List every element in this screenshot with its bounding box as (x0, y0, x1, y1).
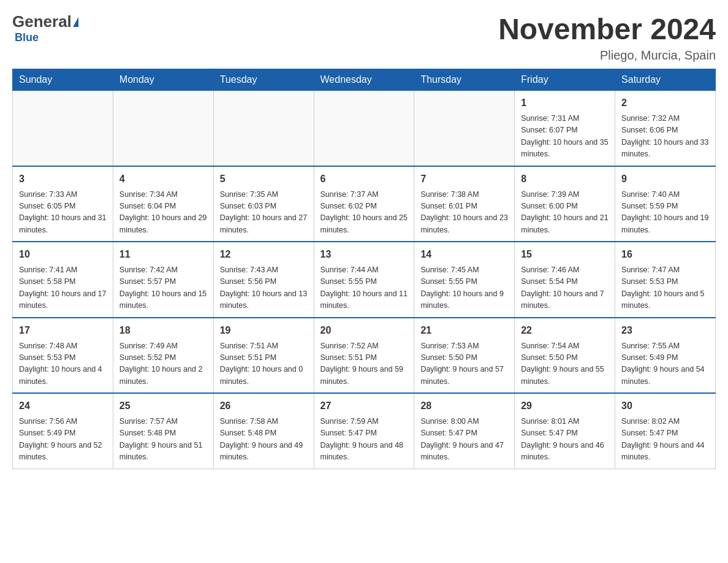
day-number: 30 (621, 399, 709, 413)
day-number: 15 (521, 247, 609, 262)
weekday-header-saturday: Saturday (615, 69, 716, 91)
day-info: Sunrise: 7:35 AMSunset: 6:03 PMDaylight:… (220, 189, 308, 237)
week-row-2: 3Sunrise: 7:33 AMSunset: 6:05 PMDaylight… (13, 166, 716, 242)
calendar-cell: 17Sunrise: 7:48 AMSunset: 5:53 PMDayligh… (13, 318, 113, 394)
day-info: Sunrise: 7:48 AMSunset: 5:53 PMDaylight:… (19, 340, 107, 388)
page-header: General Blue November 2024 Pliego, Murci… (12, 12, 716, 63)
weekday-header-row: SundayMondayTuesdayWednesdayThursdayFrid… (13, 69, 716, 91)
logo-triangle-icon (73, 17, 78, 27)
day-info: Sunrise: 7:33 AMSunset: 6:05 PMDaylight:… (19, 189, 107, 237)
calendar-cell: 13Sunrise: 7:44 AMSunset: 5:55 PMDayligh… (314, 242, 414, 318)
day-info: Sunrise: 7:51 AMSunset: 5:51 PMDaylight:… (220, 340, 308, 388)
calendar-cell: 23Sunrise: 7:55 AMSunset: 5:49 PMDayligh… (615, 318, 716, 394)
day-number: 21 (420, 323, 508, 338)
day-number: 25 (119, 399, 207, 413)
calendar-cell (414, 91, 515, 166)
calendar-cell: 6Sunrise: 7:37 AMSunset: 6:02 PMDaylight… (314, 166, 414, 242)
day-info: Sunrise: 7:44 AMSunset: 5:55 PMDaylight:… (320, 264, 408, 312)
calendar-cell: 9Sunrise: 7:40 AMSunset: 5:59 PMDaylight… (615, 166, 716, 242)
weekday-header-tuesday: Tuesday (213, 69, 314, 91)
calendar-cell: 1Sunrise: 7:31 AMSunset: 6:07 PMDaylight… (515, 91, 615, 166)
day-info: Sunrise: 7:59 AMSunset: 5:47 PMDaylight:… (320, 416, 408, 464)
day-info: Sunrise: 7:57 AMSunset: 5:48 PMDaylight:… (119, 416, 207, 464)
day-number: 24 (19, 399, 107, 413)
calendar-cell: 24Sunrise: 7:56 AMSunset: 5:49 PMDayligh… (13, 393, 113, 469)
day-number: 5 (220, 172, 308, 186)
week-row-1: 1Sunrise: 7:31 AMSunset: 6:07 PMDaylight… (13, 91, 716, 166)
logo: General Blue (12, 12, 80, 44)
calendar-cell: 22Sunrise: 7:54 AMSunset: 5:50 PMDayligh… (515, 318, 615, 394)
calendar-cell: 26Sunrise: 7:58 AMSunset: 5:48 PMDayligh… (213, 393, 314, 469)
calendar-cell: 11Sunrise: 7:42 AMSunset: 5:57 PMDayligh… (113, 242, 213, 318)
day-info: Sunrise: 7:32 AMSunset: 6:06 PMDaylight:… (621, 113, 709, 161)
day-number: 22 (521, 323, 609, 338)
calendar-cell: 16Sunrise: 7:47 AMSunset: 5:53 PMDayligh… (615, 242, 716, 318)
calendar-cell: 19Sunrise: 7:51 AMSunset: 5:51 PMDayligh… (213, 318, 314, 394)
week-row-4: 17Sunrise: 7:48 AMSunset: 5:53 PMDayligh… (13, 318, 716, 394)
day-number: 14 (420, 247, 508, 262)
day-number: 28 (420, 399, 508, 413)
day-info: Sunrise: 7:49 AMSunset: 5:52 PMDaylight:… (119, 340, 207, 388)
calendar-cell: 15Sunrise: 7:46 AMSunset: 5:54 PMDayligh… (515, 242, 615, 318)
day-number: 10 (19, 247, 107, 262)
calendar-cell: 10Sunrise: 7:41 AMSunset: 5:58 PMDayligh… (13, 242, 113, 318)
day-info: Sunrise: 7:40 AMSunset: 5:59 PMDaylight:… (621, 189, 709, 237)
calendar-cell: 21Sunrise: 7:53 AMSunset: 5:50 PMDayligh… (414, 318, 515, 394)
day-number: 1 (521, 96, 609, 110)
day-number: 17 (19, 323, 107, 338)
day-info: Sunrise: 7:37 AMSunset: 6:02 PMDaylight:… (320, 189, 408, 237)
week-row-5: 24Sunrise: 7:56 AMSunset: 5:49 PMDayligh… (13, 393, 716, 469)
day-number: 12 (220, 247, 308, 262)
day-info: Sunrise: 7:54 AMSunset: 5:50 PMDaylight:… (521, 340, 609, 388)
day-info: Sunrise: 7:47 AMSunset: 5:53 PMDaylight:… (621, 264, 709, 312)
day-info: Sunrise: 8:00 AMSunset: 5:47 PMDaylight:… (420, 416, 508, 464)
calendar-cell (213, 91, 314, 166)
calendar-cell (113, 91, 213, 166)
weekday-header-thursday: Thursday (414, 69, 515, 91)
calendar-cell (314, 91, 414, 166)
calendar-cell: 5Sunrise: 7:35 AMSunset: 6:03 PMDaylight… (213, 166, 314, 242)
calendar-table: SundayMondayTuesdayWednesdayThursdayFrid… (12, 69, 716, 469)
calendar-cell: 20Sunrise: 7:52 AMSunset: 5:51 PMDayligh… (314, 318, 414, 394)
calendar-cell: 29Sunrise: 8:01 AMSunset: 5:47 PMDayligh… (515, 393, 615, 469)
day-number: 13 (320, 247, 408, 262)
day-info: Sunrise: 7:58 AMSunset: 5:48 PMDaylight:… (220, 416, 308, 464)
day-info: Sunrise: 7:45 AMSunset: 5:55 PMDaylight:… (420, 264, 508, 312)
weekday-header-sunday: Sunday (13, 69, 113, 91)
day-number: 26 (220, 399, 308, 413)
calendar-cell: 8Sunrise: 7:39 AMSunset: 6:00 PMDaylight… (515, 166, 615, 242)
calendar-cell: 3Sunrise: 7:33 AMSunset: 6:05 PMDaylight… (13, 166, 113, 242)
day-number: 8 (521, 172, 609, 186)
calendar-cell: 14Sunrise: 7:45 AMSunset: 5:55 PMDayligh… (414, 242, 515, 318)
day-number: 23 (621, 323, 709, 338)
day-info: Sunrise: 7:39 AMSunset: 6:00 PMDaylight:… (521, 189, 609, 237)
day-number: 27 (320, 399, 408, 413)
day-number: 18 (119, 323, 207, 338)
weekday-header-wednesday: Wednesday (314, 69, 414, 91)
weekday-header-monday: Monday (113, 69, 213, 91)
day-info: Sunrise: 7:43 AMSunset: 5:56 PMDaylight:… (220, 264, 308, 312)
day-number: 16 (621, 247, 709, 262)
day-info: Sunrise: 7:31 AMSunset: 6:07 PMDaylight:… (521, 113, 609, 161)
day-info: Sunrise: 7:56 AMSunset: 5:49 PMDaylight:… (19, 416, 107, 464)
week-row-3: 10Sunrise: 7:41 AMSunset: 5:58 PMDayligh… (13, 242, 716, 318)
day-number: 29 (521, 399, 609, 413)
title-area: November 2024 Pliego, Murcia, Spain (498, 12, 716, 63)
day-number: 2 (621, 96, 709, 110)
day-info: Sunrise: 8:02 AMSunset: 5:47 PMDaylight:… (621, 416, 709, 464)
day-number: 6 (320, 172, 408, 186)
day-info: Sunrise: 7:55 AMSunset: 5:49 PMDaylight:… (621, 340, 709, 388)
day-info: Sunrise: 7:53 AMSunset: 5:50 PMDaylight:… (420, 340, 508, 388)
calendar-cell: 2Sunrise: 7:32 AMSunset: 6:06 PMDaylight… (615, 91, 716, 166)
day-info: Sunrise: 8:01 AMSunset: 5:47 PMDaylight:… (521, 416, 609, 464)
logo-blue: Blue (15, 31, 39, 44)
day-info: Sunrise: 7:52 AMSunset: 5:51 PMDaylight:… (320, 340, 408, 388)
calendar-cell: 7Sunrise: 7:38 AMSunset: 6:01 PMDaylight… (414, 166, 515, 242)
day-number: 11 (119, 247, 207, 262)
calendar-cell: 30Sunrise: 8:02 AMSunset: 5:47 PMDayligh… (615, 393, 716, 469)
calendar-cell: 4Sunrise: 7:34 AMSunset: 6:04 PMDaylight… (113, 166, 213, 242)
day-number: 19 (220, 323, 308, 338)
day-info: Sunrise: 7:38 AMSunset: 6:01 PMDaylight:… (420, 189, 508, 237)
calendar-cell: 18Sunrise: 7:49 AMSunset: 5:52 PMDayligh… (113, 318, 213, 394)
day-info: Sunrise: 7:34 AMSunset: 6:04 PMDaylight:… (119, 189, 207, 237)
